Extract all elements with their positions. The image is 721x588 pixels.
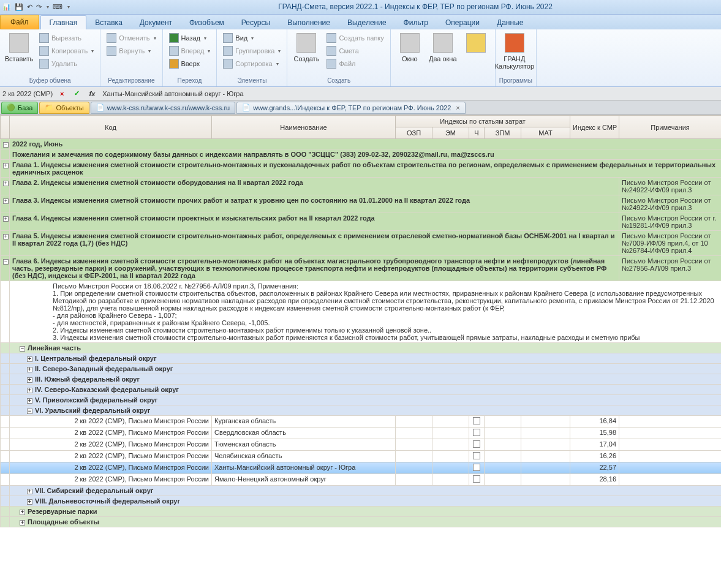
checkbox[interactable] [473,429,480,436]
folder-button[interactable]: Создать папку [324,32,386,44]
search-button[interactable] [461,32,491,56]
tab-main[interactable]: Главная [40,15,87,29]
expand-icon[interactable]: + [3,216,9,222]
tab-operations[interactable]: Операции [437,16,488,29]
col-note[interactable]: Примечания [619,116,722,139]
fx-icon[interactable]: fx [87,90,98,97]
tab-objects[interactable]: 📁Объекты [39,102,89,114]
window-icon [400,33,420,53]
magnifier-icon [466,33,486,53]
cut-icon [39,33,49,43]
col-ozp[interactable]: ОЗП [396,127,432,139]
cut-button[interactable]: Вырезать [37,32,96,44]
redo-button[interactable]: Вернуть▾ [104,45,158,57]
paste-button[interactable]: Вставить [4,32,34,64]
qat-dd-icon[interactable]: ▾ [67,4,70,10]
forward-icon [169,46,179,56]
tab-data[interactable]: Данные [488,16,532,29]
cancel-icon[interactable]: × [58,90,66,97]
row-year: −2022 год, Июнь [1,139,722,149]
collapse-icon[interactable]: − [27,409,32,414]
create-group-title: Создать [291,76,386,85]
group-icon [223,46,233,56]
tab-page-1[interactable]: 📄www.k-css.ru\www.k-css.ru\www.k-css.ru [91,102,235,114]
forward-button[interactable]: Вперед▾ [167,45,213,57]
data-grid[interactable]: Код Наименование Индексы по статьям затр… [0,115,721,527]
sort-button[interactable]: Сортировка▾ [221,58,283,70]
row-ch1: +Глава 1. Индексы изменения сметной стои… [1,160,722,178]
expand-icon[interactable]: + [27,489,32,494]
row-d6: −VI. Уральский федеральный округ [1,405,722,416]
window-button[interactable]: Окно [394,32,425,64]
confirm-icon[interactable]: ✓ [72,89,82,97]
view-button[interactable]: Вид▾ [221,32,283,44]
col-code[interactable]: Код [10,116,212,139]
expand-icon[interactable]: + [20,510,25,515]
tab-filter[interactable]: Фильтр [395,16,437,29]
collapse-icon[interactable]: − [20,346,25,352]
checkbox[interactable] [473,475,480,483]
tab-page-2[interactable]: 📄www.grands...\Индексы к ФЕР, ТЕР по рег… [236,102,466,114]
col-ch[interactable]: Ч [469,127,485,139]
row-ch5: +Глава 5. Индексы изменения сметной стои… [1,231,722,256]
table-row-selected: 2 кв 2022 (СМР), Письмо Минстроя РоссииХ… [1,462,722,474]
delete-button[interactable]: Удалить [37,58,96,70]
tab-document[interactable]: Документ [131,16,181,29]
save-icon[interactable]: 💾 [15,3,23,11]
redo-icon[interactable]: ↷ [36,3,42,11]
collapse-icon[interactable]: − [3,259,9,265]
expand-icon[interactable]: + [27,388,32,393]
copy-icon [39,46,49,56]
copy-button[interactable]: Копировать▾ [37,45,96,57]
qat-more-icon[interactable]: ▾ [47,4,49,10]
expand-icon[interactable]: + [3,163,9,168]
calculator-icon [505,33,524,53]
collapse-icon[interactable]: − [3,142,9,148]
expand-icon[interactable]: + [20,520,25,526]
col-smr[interactable]: Индекс к СМР [570,116,619,139]
checkbox[interactable] [473,452,480,459]
tab-execution[interactable]: Выполнение [279,16,339,29]
tab-resources[interactable]: Ресурсы [233,16,279,29]
undo-icon[interactable]: ↶ [27,3,32,11]
estimate-button[interactable]: Смета [324,45,386,57]
expand-icon[interactable]: + [27,377,32,383]
tab-database[interactable]: 🟢База [1,102,38,114]
expand-icon[interactable]: + [27,499,32,505]
col-idx-group[interactable]: Индексы по статьям затрат [396,116,570,127]
window-group-title [394,83,491,85]
file-tab[interactable]: Файл [0,15,39,29]
checkbox[interactable] [473,440,480,448]
elements-group-title: Элементы [221,76,283,85]
row-ch6: −Глава 6. Индексы изменения сметной стои… [1,256,722,281]
expand-icon[interactable]: + [27,356,32,362]
undo-button[interactable]: Отменить▾ [104,32,158,44]
file-button[interactable]: Файл [324,58,386,70]
create-button[interactable]: Создать [291,32,322,64]
keyboard-icon[interactable]: ⌨ [53,3,62,11]
group-button[interactable]: Группировка▾ [221,45,283,57]
tab-selection[interactable]: Выделение [339,16,395,29]
two-window-button[interactable]: Два окна [428,32,458,64]
expand-icon[interactable]: + [27,398,32,404]
col-zpm[interactable]: ЗПМ [485,127,521,139]
expand-icon[interactable]: + [3,234,9,239]
view-icon [223,33,233,43]
expand-icon[interactable]: + [3,181,9,186]
cell-ref: 2 кв 2022 (СМР) [2,90,53,97]
col-mat[interactable]: МАТ [521,127,570,139]
formula-text[interactable]: Ханты-Мансийский автономный округ - Югра [102,90,719,97]
checkbox[interactable] [473,417,480,424]
col-em[interactable]: ЭМ [432,127,469,139]
tab-fizobem[interactable]: Физобъем [181,16,233,29]
checkbox[interactable] [473,464,480,471]
col-name[interactable]: Наименование [212,116,396,139]
back-button[interactable]: Назад▾ [167,32,213,44]
close-icon[interactable]: × [456,104,459,111]
expand-icon[interactable]: + [3,198,9,204]
up-button[interactable]: Вверх [167,58,213,70]
expand-icon[interactable]: + [27,367,32,372]
tab-insert[interactable]: Вставка [86,16,131,29]
row-ch6-detail: Письмо Минстроя России от 18.06.2022 г. … [1,281,722,343]
calc-button[interactable]: ГРАНД Калькулятор [499,32,530,71]
